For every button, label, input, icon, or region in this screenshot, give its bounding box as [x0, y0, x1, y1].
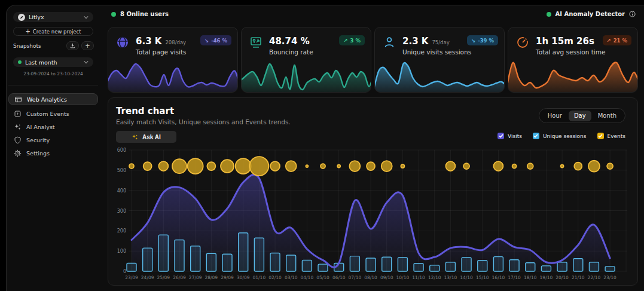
svg-text:18/10: 18/10 — [524, 275, 537, 280]
svg-text:02/10: 02/10 — [268, 275, 282, 280]
sparkles-icon — [14, 123, 22, 131]
litlyx-logo-icon — [18, 14, 25, 21]
sparkline-chart — [375, 61, 505, 92]
user-icon — [382, 35, 396, 50]
project-selector[interactable]: Litlyx — [13, 12, 93, 22]
svg-text:16/10: 16/10 — [492, 275, 505, 280]
sparkline-chart — [508, 61, 638, 92]
green-dot-icon — [18, 60, 22, 64]
svg-text:600: 600 — [117, 148, 126, 153]
info-icon[interactable] — [629, 11, 636, 17]
stat-value: 1h 15m 26s — [536, 36, 594, 47]
online-users-indicator: 8 Online users — [111, 11, 169, 17]
stat-value: 6.3 K — [136, 36, 161, 47]
stat-label: Bouncing rate — [269, 48, 313, 56]
timer-icon — [515, 35, 530, 50]
svg-text:30/09: 30/09 — [237, 275, 250, 280]
stat-label: Total page visits — [136, 48, 187, 56]
green-dot-icon — [111, 12, 116, 17]
snapshot-select[interactable]: Last month — [13, 57, 93, 67]
svg-text:400: 400 — [117, 188, 126, 194]
svg-text:0: 0 — [123, 269, 126, 274]
sidebar-item-custom-events[interactable]: Custom Events — [8, 108, 98, 120]
sidebar-item-settings[interactable]: Settings — [8, 147, 98, 159]
ask-ai-label: Ask AI — [142, 134, 161, 140]
stat-value: 48.74 % — [269, 36, 310, 47]
snapshots-label: Snapshots — [13, 43, 41, 49]
stat-per-day: 75/day — [432, 39, 449, 45]
checkbox-visits[interactable] — [498, 133, 504, 139]
sidebar-item-ai-analyst[interactable]: AI Analyst — [8, 121, 98, 133]
svg-text:08/10: 08/10 — [364, 275, 377, 280]
svg-text:03/10: 03/10 — [285, 275, 298, 280]
stat-label: Total avg session time — [536, 48, 605, 56]
sidebar-item-label: Custom Events — [26, 111, 69, 117]
sidebar-item-label: Settings — [26, 150, 50, 157]
online-users-label: 8 Online users — [120, 11, 169, 17]
legend-item-visits[interactable]: Visits — [498, 133, 522, 139]
svg-text:13/10: 13/10 — [444, 275, 457, 280]
download-icon — [70, 43, 75, 48]
svg-text:25/09: 25/09 — [157, 275, 170, 280]
trend-chart-subtitle: Easily match Visits, Unique sessions and… — [116, 118, 291, 125]
trend-down-icon: ↘ — [471, 38, 475, 44]
trend-badge: ↘ -39 % — [467, 35, 498, 45]
checkbox-unique-sessions[interactable] — [533, 133, 539, 139]
svg-text:21/10: 21/10 — [572, 275, 585, 280]
sidebar: Litlyx + Create new project Snapshots + … — [6, 5, 102, 291]
legend-item-events[interactable]: Events — [597, 133, 625, 139]
project-name: Litlyx — [29, 14, 44, 20]
svg-text:10/10: 10/10 — [396, 275, 410, 280]
svg-text:29/09: 29/09 — [221, 275, 234, 280]
ai-anomaly-detector: AI Anomaly Detector — [547, 11, 636, 17]
svg-text:04/10: 04/10 — [301, 275, 314, 280]
snapshot-selected-value: Last month — [25, 59, 57, 66]
trend-chart-plot[interactable]: 010020030040050060023/0924/0925/0926/092… — [114, 147, 634, 284]
trend-chart-title: Trend chart — [116, 106, 174, 117]
chevron-down-icon — [84, 60, 88, 64]
sidebar-item-web-analytics[interactable]: Web Analytics — [8, 93, 98, 105]
svg-text:11/10: 11/10 — [412, 275, 425, 280]
sidebar-item-label: AI Analyst — [26, 124, 55, 130]
create-project-label: Create new project — [33, 29, 81, 35]
bounce-rate-icon — [249, 35, 263, 50]
trend-badge: ↘ -46 % — [200, 35, 231, 45]
chevron-down-icon — [84, 16, 88, 19]
sparkline-chart — [242, 61, 371, 92]
legend-item-unique-sessions[interactable]: Unique sessions — [533, 133, 587, 139]
green-dot-icon — [547, 12, 551, 17]
badge-value: -39 % — [478, 38, 494, 44]
gear-icon — [14, 149, 22, 157]
sidebar-item-security[interactable]: Security — [8, 134, 98, 146]
stat-card-unique-visits: 2.3 K 75/day Unique visits sessions ↘ -3… — [374, 27, 505, 93]
svg-text:23/10: 23/10 — [603, 275, 616, 280]
tab-hour[interactable]: Hour — [542, 111, 567, 121]
svg-text:20/10: 20/10 — [556, 275, 569, 280]
ask-ai-button[interactable]: Ask AI — [116, 131, 176, 143]
svg-text:19/10: 19/10 — [540, 275, 553, 280]
tab-month[interactable]: Month — [593, 111, 622, 121]
download-snapshot-button[interactable] — [66, 41, 79, 50]
legend-label: Visits — [508, 133, 522, 139]
svg-text:01/10: 01/10 — [253, 275, 266, 280]
create-project-button[interactable]: + Create new project — [13, 27, 93, 36]
svg-text:100: 100 — [117, 249, 126, 254]
legend-label: Events — [608, 133, 625, 139]
add-snapshot-button[interactable]: + — [81, 41, 94, 50]
checkbox-events[interactable] — [597, 133, 604, 139]
svg-text:09/10: 09/10 — [380, 275, 393, 280]
trend-badge: ↗ 3 % — [339, 35, 365, 45]
svg-text:23/09: 23/09 — [125, 275, 138, 280]
sidebar-item-label: Web Analytics — [27, 96, 67, 103]
plus-icon: + — [25, 28, 30, 35]
svg-text:200: 200 — [117, 228, 126, 234]
globe-icon — [115, 35, 130, 50]
anomaly-label: AI Anomaly Detector — [556, 11, 625, 17]
badge-value: 3 % — [350, 38, 361, 44]
trend-down-icon: ↘ — [205, 38, 209, 44]
svg-text:07/10: 07/10 — [349, 275, 362, 280]
tab-day[interactable]: Day — [569, 111, 591, 121]
sparkline-chart — [108, 61, 238, 92]
snapshot-date-range: 23-09-2024 to 23-10-2024 — [6, 71, 100, 76]
trend-badge: ↗ 21 % — [603, 35, 631, 45]
